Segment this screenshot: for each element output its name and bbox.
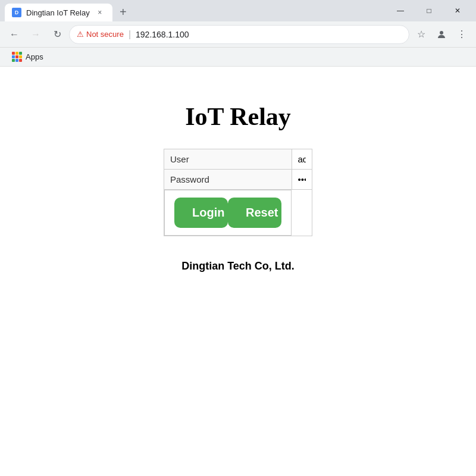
buttons-cell: Login Reset (164, 190, 292, 236)
reload-button[interactable]: ↻ (48, 25, 67, 44)
apps-dot-9 (19, 59, 22, 62)
menu-button[interactable]: ⋮ (452, 25, 471, 44)
password-label: Password (164, 170, 292, 190)
apps-dot-5 (15, 55, 18, 58)
browser-window: D Dingtian IoT Relay × + — □ ✕ ← → ↻ ⚠ N… (0, 0, 476, 476)
apps-dot-8 (15, 59, 18, 62)
address-separator: | (129, 29, 131, 40)
buttons-row: Login Reset (164, 190, 312, 236)
nav-right-buttons: ☆ ⋮ (412, 25, 471, 44)
apps-grid-icon (12, 52, 22, 62)
apps-dot-7 (12, 59, 15, 62)
bookmarks-bar: Apps (0, 48, 476, 67)
login-form-table: User Password Login Reset (164, 149, 312, 236)
company-name: Dingtian Tech Co, Ltd. (181, 260, 295, 273)
page-title: IoT Relay (185, 102, 291, 131)
back-button[interactable]: ← (5, 25, 24, 44)
page-content: IoT Relay User Password Login Reset (0, 67, 476, 476)
reset-button[interactable]: Reset (228, 198, 281, 228)
password-input-cell (292, 170, 312, 190)
navigation-bar: ← → ↻ ⚠ Not secure | 192.168.1.100 ☆ ⋮ (0, 21, 476, 48)
tab-area: D Dingtian IoT Relay × + (5, 0, 387, 21)
title-bar: D Dingtian IoT Relay × + — □ ✕ (0, 0, 476, 21)
apps-dot-2 (15, 52, 18, 55)
minimize-button[interactable]: — (387, 1, 414, 20)
active-tab[interactable]: D Dingtian IoT Relay × (5, 4, 112, 21)
bookmark-button[interactable]: ☆ (412, 25, 431, 44)
apps-dot-1 (12, 52, 15, 55)
apps-button[interactable]: Apps (7, 49, 48, 64)
new-tab-button[interactable]: + (115, 4, 131, 20)
apps-label: Apps (26, 52, 43, 61)
warning-icon: ⚠ (77, 30, 84, 39)
window-controls: — □ ✕ (387, 1, 471, 20)
password-row: Password (164, 170, 312, 190)
apps-dot-6 (19, 55, 22, 58)
tab-favicon: D (12, 8, 21, 17)
user-row: User (164, 149, 312, 170)
apps-dot-3 (19, 52, 22, 55)
login-button[interactable]: Login (174, 198, 228, 228)
address-url: 192.168.1.100 (136, 30, 189, 39)
tab-close-button[interactable]: × (95, 7, 105, 18)
apps-dot-4 (12, 55, 15, 58)
user-label: User (164, 149, 292, 170)
username-input[interactable] (298, 154, 306, 164)
profile-button[interactable] (432, 25, 451, 44)
user-input-cell (292, 149, 312, 170)
svg-point-0 (440, 31, 443, 35)
forward-button[interactable]: → (26, 25, 45, 44)
password-input[interactable] (298, 174, 306, 184)
maximize-button[interactable]: □ (415, 1, 443, 20)
close-button[interactable]: ✕ (444, 1, 471, 20)
address-bar[interactable]: ⚠ Not secure | 192.168.1.100 (69, 25, 409, 44)
tab-title: Dingtian IoT Relay (26, 8, 90, 17)
security-warning: ⚠ Not secure (77, 30, 124, 39)
